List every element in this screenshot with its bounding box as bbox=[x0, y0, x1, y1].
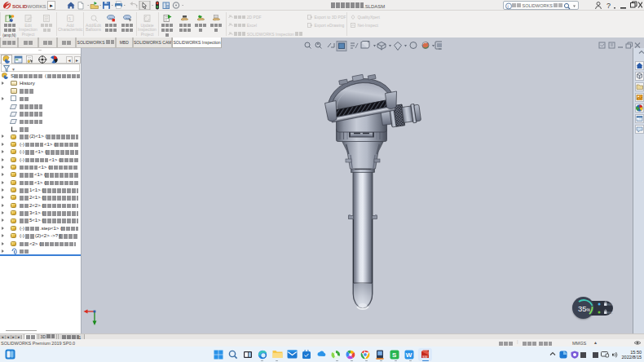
svg-text:5: 5 bbox=[68, 16, 71, 21]
svg-text:W: W bbox=[406, 351, 412, 359]
svg-text:?: ? bbox=[607, 2, 611, 10]
svg-text:SOLIDWORKS: SOLIDWORKS bbox=[12, 3, 46, 9]
svg-text:S: S bbox=[392, 351, 397, 359]
svg-text:i: i bbox=[508, 4, 509, 9]
svg-text:SW: SW bbox=[422, 354, 428, 358]
svg-text:35%: 35% bbox=[578, 303, 591, 312]
svg-text:REC: REC bbox=[607, 303, 613, 307]
svg-text:REC: REC bbox=[607, 311, 613, 315]
